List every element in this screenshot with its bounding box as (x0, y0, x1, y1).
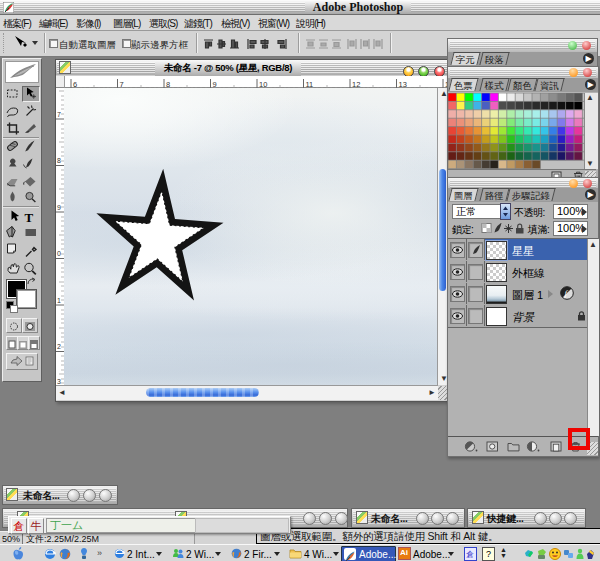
svg-text:8: 8 (57, 157, 61, 164)
svg-text:2: 2 (57, 343, 61, 350)
svg-text:9: 9 (57, 204, 61, 211)
svg-text:T: T (25, 210, 34, 225)
svg-text:3: 3 (57, 378, 61, 385)
svg-text:7: 7 (57, 111, 61, 118)
svg-text:1: 1 (57, 297, 61, 304)
svg-text:0: 0 (57, 250, 61, 257)
